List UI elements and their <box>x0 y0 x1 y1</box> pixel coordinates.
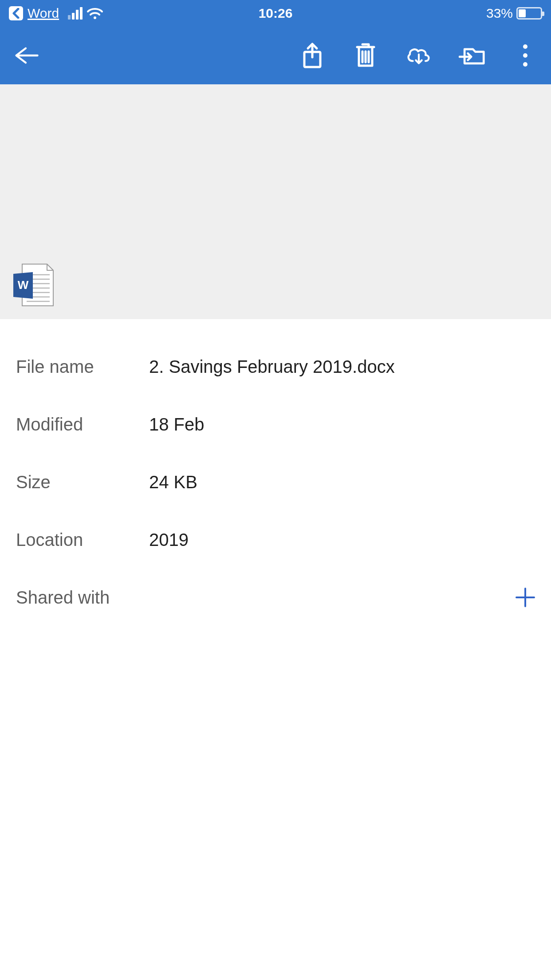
detail-label: Size <box>16 472 149 492</box>
svg-point-2 <box>523 44 527 49</box>
detail-value-size: 24 KB <box>149 472 535 492</box>
file-preview-area: W <box>0 84 551 319</box>
svg-point-0 <box>94 16 96 19</box>
move-to-folder-icon <box>459 44 485 67</box>
detail-row-filename: File name 2. Savings February 2019.docx <box>16 338 535 395</box>
word-document-icon: W <box>12 263 55 308</box>
back-to-app-label[interactable]: Word <box>28 6 59 21</box>
detail-row-sharedwith: Shared with <box>16 569 535 626</box>
detail-value-location: 2019 <box>149 530 535 550</box>
status-right: 33% <box>486 6 542 21</box>
status-bar: Word 10:26 33% <box>0 0 551 27</box>
detail-label: Shared with <box>16 588 149 608</box>
trash-icon <box>354 43 377 68</box>
more-button[interactable] <box>512 42 539 69</box>
toolbar <box>0 27 551 84</box>
battery-icon <box>516 7 542 20</box>
detail-label: Modified <box>16 415 149 435</box>
file-details: File name 2. Savings February 2019.docx … <box>0 319 551 626</box>
detail-label: File name <box>16 357 149 377</box>
share-icon <box>302 42 323 69</box>
svg-text:W: W <box>18 278 29 292</box>
detail-label: Location <box>16 530 149 550</box>
move-button[interactable] <box>459 42 485 69</box>
svg-point-3 <box>523 53 527 58</box>
download-button[interactable] <box>405 42 432 69</box>
add-share-button[interactable] <box>516 588 535 607</box>
detail-value-modified: 18 Feb <box>149 415 535 435</box>
delete-button[interactable] <box>352 42 379 69</box>
status-time: 10:26 <box>259 6 293 21</box>
status-left: Word <box>9 6 103 21</box>
share-button[interactable] <box>299 42 326 69</box>
svg-point-4 <box>523 62 527 67</box>
battery-percent: 33% <box>486 6 513 21</box>
cellular-signal-icon <box>68 7 83 20</box>
detail-row-size: Size 24 KB <box>16 453 535 511</box>
back-to-app-badge[interactable] <box>9 6 23 20</box>
detail-value-filename: 2. Savings February 2019.docx <box>149 357 535 377</box>
wifi-icon <box>87 7 103 20</box>
back-button[interactable] <box>12 42 39 69</box>
plus-icon <box>516 588 535 607</box>
more-vertical-icon <box>523 44 528 67</box>
cloud-download-icon <box>405 44 432 67</box>
detail-row-location: Location 2019 <box>16 511 535 569</box>
detail-row-modified: Modified 18 Feb <box>16 395 535 453</box>
